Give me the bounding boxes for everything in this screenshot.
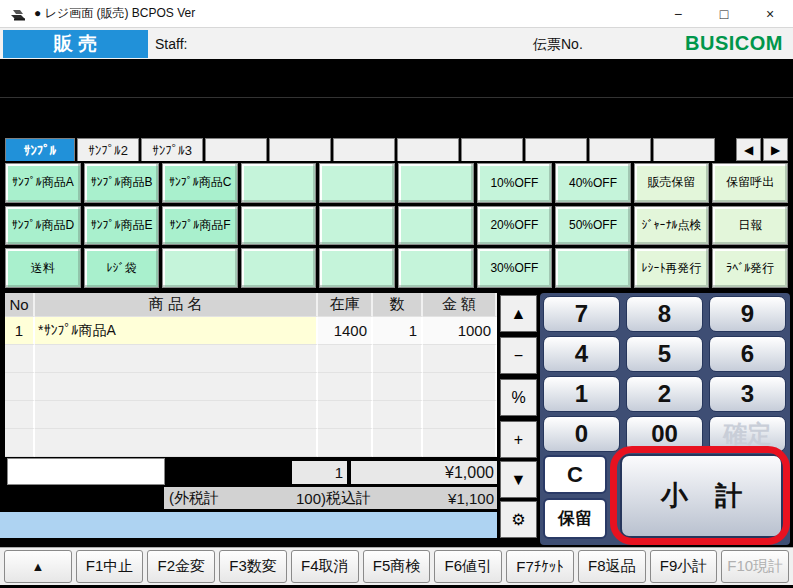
product-key[interactable]: ｻﾝﾌﾟﾙ商品D — [5, 206, 81, 246]
product-key-empty[interactable] — [319, 206, 395, 246]
product-key[interactable]: ﾚｼﾞ袋 — [84, 248, 160, 288]
fn-f2-price-change[interactable]: F2金変 — [147, 550, 215, 583]
numpad-key-0[interactable]: 0 — [543, 416, 620, 452]
product-key[interactable]: 送料 — [5, 248, 81, 288]
tax-label: (外税計 — [169, 489, 219, 508]
product-key[interactable]: ｻﾝﾌﾟﾙ商品C — [162, 163, 238, 203]
scroll-up-button[interactable]: ▲ — [500, 295, 537, 332]
function-key[interactable]: 日報 — [712, 206, 788, 246]
product-key[interactable]: ｻﾝﾌﾟﾙ商品A — [5, 163, 81, 203]
numpad-key-6[interactable]: 6 — [709, 336, 786, 372]
tab-scroll-right-icon[interactable]: ▶ — [763, 138, 788, 161]
numpad-key-8[interactable]: 8 — [626, 296, 703, 332]
product-key-empty[interactable] — [398, 206, 474, 246]
discount-key[interactable]: 50%OFF — [555, 206, 631, 246]
tab-empty[interactable] — [461, 138, 523, 161]
product-key-empty[interactable] — [398, 163, 474, 203]
tab-sample3[interactable]: ｻﾝﾌﾟﾙ3 — [141, 138, 203, 161]
subtotal-key[interactable]: 小 計 — [620, 454, 783, 538]
pos-window: ● レジ画面 (販売) BCPOS Ver − □ × 販 売 Staff: 伝… — [0, 0, 793, 588]
fn-f5-item-check[interactable]: F5商検 — [363, 550, 431, 583]
discount-key[interactable]: 10%OFF — [477, 163, 553, 203]
sale-mode-tab[interactable]: 販 売 — [3, 30, 148, 58]
col-header-name: 商 品 名 — [35, 293, 318, 317]
plus-button[interactable]: + — [500, 421, 537, 458]
fn-f3-qty-change[interactable]: F3数変 — [219, 550, 287, 583]
numpad-key-9[interactable]: 9 — [709, 296, 786, 332]
fn-f7-ticket[interactable]: F7ﾁｹｯﾄ — [506, 550, 574, 583]
scroll-down-button[interactable]: ▼ — [500, 461, 537, 498]
product-key-empty[interactable] — [319, 248, 395, 288]
fn-f8-return[interactable]: F8返品 — [578, 550, 646, 583]
fn-f6-discount[interactable]: F6値引 — [434, 550, 502, 583]
item-table-header: No 商 品 名 在庫 数 金 額 — [5, 293, 497, 317]
tab-empty[interactable] — [525, 138, 587, 161]
cell-amount: 1000 — [423, 317, 497, 345]
barcode-input[interactable] — [7, 458, 165, 485]
function-key[interactable]: 販売保留 — [634, 163, 710, 203]
col-header-stock: 在庫 — [318, 293, 373, 317]
hold-key[interactable]: 保留 — [543, 498, 607, 539]
product-key-empty[interactable] — [398, 248, 474, 288]
product-key[interactable]: ｻﾝﾌﾟﾙ商品E — [84, 206, 160, 246]
function-bar: ▲ F1中止 F2金変 F3数変 F4取消 F5商検 F6値引 F7ﾁｹｯﾄ F… — [0, 547, 793, 585]
tax-incl-label: 税込計 — [326, 489, 371, 508]
clear-key[interactable]: C — [543, 455, 607, 494]
table-row-empty — [5, 373, 497, 401]
table-row-empty — [5, 429, 497, 457]
tab-empty[interactable] — [269, 138, 331, 161]
fn-f9-subtotal[interactable]: F9小計 — [650, 550, 718, 583]
function-key[interactable]: ｼﾞｬｰﾅﾙ点検 — [634, 206, 710, 246]
numpad-key-1[interactable]: 1 — [543, 376, 620, 412]
title-bar: ● レジ画面 (販売) BCPOS Ver − □ × — [0, 0, 793, 28]
product-key-empty[interactable] — [319, 163, 395, 203]
product-key-empty[interactable] — [241, 206, 317, 246]
discount-key[interactable]: 40%OFF — [555, 163, 631, 203]
function-key[interactable]: ﾗﾍﾞﾙ発行 — [712, 248, 788, 288]
table-row[interactable]: 1 *ｻﾝﾌﾟﾙ商品A 1400 1 1000 — [5, 317, 497, 345]
staff-label: Staff: — [155, 36, 187, 52]
tab-sample2[interactable]: ｻﾝﾌﾟﾙ2 — [77, 138, 139, 161]
discount-key-empty[interactable] — [555, 248, 631, 288]
tax-summary: (外税計 100) 税込計 ¥1,100 — [164, 487, 497, 509]
product-key[interactable]: ｻﾝﾌﾟﾙ商品F — [162, 206, 238, 246]
fn-f4-void[interactable]: F4取消 — [291, 550, 359, 583]
minus-button[interactable]: − — [500, 337, 537, 374]
fn-expand-button[interactable]: ▲ — [4, 550, 72, 583]
numpad-key-4[interactable]: 4 — [543, 336, 620, 372]
function-key[interactable]: 保留呼出 — [712, 163, 788, 203]
numpad-key-2[interactable]: 2 — [626, 376, 703, 412]
gear-icon[interactable]: ⚙ — [500, 501, 537, 538]
product-key-empty[interactable] — [162, 248, 238, 288]
numpad-key-5[interactable]: 5 — [626, 336, 703, 372]
total-amount: ¥1,000 — [351, 461, 497, 484]
minimize-button[interactable]: − — [655, 0, 701, 27]
tab-empty[interactable] — [205, 138, 267, 161]
close-button[interactable]: × — [747, 0, 793, 27]
product-key[interactable]: ｻﾝﾌﾟﾙ商品B — [84, 163, 160, 203]
numpad-key-7[interactable]: 7 — [543, 296, 620, 332]
app-icon — [8, 6, 28, 22]
tab-empty[interactable] — [589, 138, 651, 161]
numpad-key-3[interactable]: 3 — [709, 376, 786, 412]
discount-key[interactable]: 20%OFF — [477, 206, 553, 246]
fn-f1-cancel[interactable]: F1中止 — [76, 550, 144, 583]
display-divider — [0, 97, 793, 98]
function-key[interactable]: ﾚｼｰﾄ再発行 — [634, 248, 710, 288]
numpad-key-00[interactable]: 00 — [626, 416, 703, 452]
product-key-grid: ｻﾝﾌﾟﾙ商品A ｻﾝﾌﾟﾙ商品B ｻﾝﾌﾟﾙ商品C 10%OFF 40%OFF… — [5, 163, 788, 288]
percent-button[interactable]: % — [500, 379, 537, 416]
tab-empty[interactable] — [653, 138, 715, 161]
maximize-button[interactable]: □ — [701, 0, 747, 27]
busicom-logo: BUSICOM — [685, 32, 783, 55]
tab-scroll-left-icon[interactable]: ◀ — [736, 138, 761, 161]
product-key-empty[interactable] — [241, 163, 317, 203]
tab-sample1[interactable]: ｻﾝﾌﾟﾙ — [5, 138, 75, 161]
discount-key[interactable]: 30%OFF — [477, 248, 553, 288]
col-header-amount: 金 額 — [423, 293, 497, 317]
tab-empty[interactable] — [397, 138, 459, 161]
confirm-key: 確定 — [709, 416, 786, 452]
table-row-empty — [5, 401, 497, 429]
product-key-empty[interactable] — [241, 248, 317, 288]
tab-empty[interactable] — [333, 138, 395, 161]
